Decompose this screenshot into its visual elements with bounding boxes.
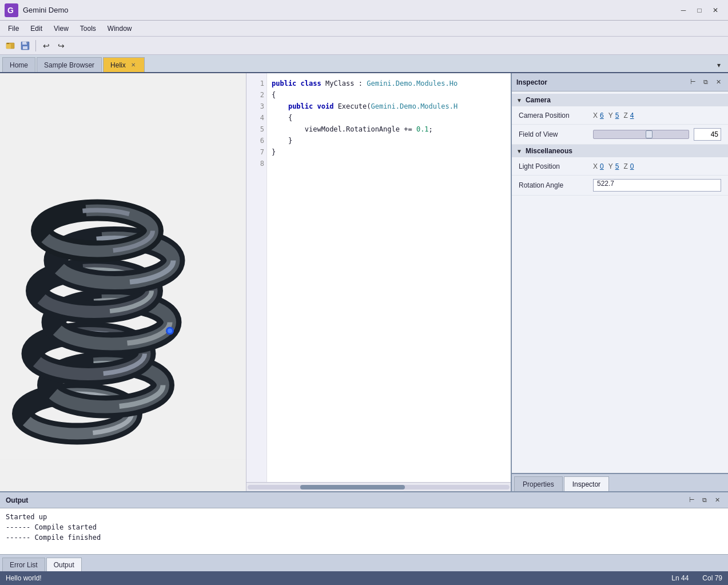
camera-position-values: X 6 Y 5 Z 4 — [593, 112, 721, 120]
status-ln: Ln 44 — [671, 574, 689, 582]
menu-file[interactable]: File — [2, 22, 25, 35]
tab-helix-close[interactable]: ✕ — [129, 61, 137, 69]
misc-section-header[interactable]: ▼ Miscellaneous — [512, 145, 728, 157]
light-z-label: Z — [623, 162, 627, 170]
output-header: Output ⊢ ⧉ ✕ — [0, 492, 728, 508]
menu-window[interactable]: Window — [102, 22, 138, 35]
output-line-3: ------ Compile finished — [6, 532, 722, 543]
tab-home[interactable]: Home — [2, 57, 35, 72]
rotation-angle-input[interactable]: 522.7 — [593, 179, 721, 192]
fov-slider-thumb[interactable] — [646, 130, 653, 138]
tab-helix[interactable]: Helix ✕ — [103, 57, 145, 72]
light-position-row: Light Position X 0 Y 5 Z 0 — [512, 157, 728, 176]
light-y-group: Y 5 — [608, 162, 619, 170]
camera-z-value[interactable]: 4 — [630, 112, 634, 120]
output-pin-button[interactable]: ⊢ — [687, 495, 697, 506]
output-float-button[interactable]: ⧉ — [699, 495, 710, 506]
light-z-value[interactable]: 0 — [630, 162, 634, 170]
inspector-body: ▼ Camera Camera Position X 6 Y 5 — [512, 91, 728, 473]
output-line-1: Started up — [6, 512, 722, 522]
camera-x-label: X — [593, 112, 598, 120]
properties-tab[interactable]: Properties — [514, 476, 563, 491]
rotation-angle-label: Rotation Angle — [519, 181, 593, 189]
light-x-group: X 0 — [593, 162, 604, 170]
save-button[interactable] — [18, 39, 32, 53]
inspector-close-button[interactable]: ✕ — [713, 77, 723, 87]
close-button[interactable]: ✕ — [707, 2, 723, 18]
tab-bar: Home Sample Browser Helix ✕ ▾ — [0, 55, 728, 73]
camera-position-row: Camera Position X 6 Y 5 Z 4 — [512, 106, 728, 125]
inspector-title: Inspector — [516, 78, 686, 86]
toolbar-separator — [35, 40, 36, 51]
menu-view[interactable]: View — [48, 22, 74, 35]
camera-y-group: Y 5 — [608, 112, 619, 120]
light-x-value[interactable]: 0 — [600, 162, 604, 170]
menu-bar: File Edit View Tools Window — [0, 21, 728, 37]
3d-viewport[interactable] — [0, 73, 246, 491]
code-editor: 1234 5678 public class MyClass : Gemini.… — [246, 73, 511, 491]
inspector-pin-button[interactable]: ⊢ — [688, 77, 698, 87]
camera-section-header[interactable]: ▼ Camera — [512, 94, 728, 106]
misc-collapse-arrow: ▼ — [516, 148, 522, 154]
menu-edit[interactable]: Edit — [25, 22, 48, 35]
fov-slider[interactable] — [593, 130, 689, 139]
svg-rect-7 — [23, 46, 27, 49]
code-content[interactable]: 1234 5678 public class MyClass : Gemini.… — [246, 73, 511, 482]
camera-z-group: Z 4 — [623, 112, 634, 120]
camera-z-label: Z — [623, 112, 627, 120]
app-title: Gemini Demo — [23, 6, 675, 14]
output-close-button[interactable]: ✕ — [712, 495, 722, 506]
camera-x-value[interactable]: 6 — [600, 112, 604, 120]
inspector-bottom-tabs: Properties Inspector — [512, 473, 728, 491]
light-position-label: Light Position — [519, 162, 593, 170]
fov-row: Field of View 45 — [512, 125, 728, 145]
output-tabs-row: Error List Output — [0, 554, 728, 571]
camera-x-group: X 6 — [593, 112, 604, 120]
output-panel: Output ⊢ ⧉ ✕ Started up ------ Compile s… — [0, 491, 728, 571]
svg-rect-6 — [22, 42, 27, 45]
light-x-label: X — [593, 162, 598, 170]
toolbar: ↩ ↪ — [0, 37, 728, 55]
maximize-button[interactable]: □ — [691, 2, 707, 18]
undo-button[interactable]: ↩ — [39, 39, 53, 53]
minimize-button[interactable]: ─ — [675, 2, 691, 18]
status-bar: Hello world! Ln 44 Col 79 — [0, 571, 728, 585]
camera-y-value[interactable]: 5 — [615, 112, 619, 120]
main-area: Home Sample Browser Helix ✕ ▾ — [0, 55, 728, 491]
status-position: Ln 44 Col 79 — [671, 574, 722, 582]
open-button[interactable] — [3, 39, 17, 53]
light-position-values: X 0 Y 5 Z 0 — [593, 162, 721, 170]
fov-slider-container: 45 — [593, 128, 721, 141]
fov-value[interactable]: 45 — [694, 128, 721, 141]
svg-text:G: G — [7, 6, 14, 15]
horizontal-scrollbar[interactable] — [246, 482, 511, 491]
output-title: Output — [6, 496, 685, 504]
code-text[interactable]: public class MyClass : Gemini.Demo.Modul… — [267, 73, 511, 482]
misc-section-label: Miscellaneous — [526, 147, 572, 155]
inspector-float-button[interactable]: ⧉ — [701, 77, 711, 87]
content-panels: 1234 5678 public class MyClass : Gemini.… — [0, 73, 728, 491]
tab-overflow-button[interactable]: ▾ — [712, 58, 726, 72]
output-line-2: ------ Compile started — [6, 522, 722, 532]
camera-section-label: Camera — [526, 96, 551, 104]
inspector-tab[interactable]: Inspector — [564, 476, 609, 491]
svg-rect-4 — [7, 43, 9, 44]
tab-sample-browser[interactable]: Sample Browser — [37, 57, 102, 72]
app-icon: G — [5, 3, 18, 17]
output-tab[interactable]: Output — [46, 558, 82, 571]
left-panel: 1234 5678 public class MyClass : Gemini.… — [0, 73, 511, 491]
light-y-value[interactable]: 5 — [615, 162, 619, 170]
svg-rect-8 — [26, 42, 27, 43]
error-list-tab[interactable]: Error List — [2, 558, 45, 571]
editor-area: 1234 5678 public class MyClass : Gemini.… — [0, 73, 511, 491]
fov-label: Field of View — [519, 130, 593, 138]
inspector-header: Inspector ⊢ ⧉ ✕ — [512, 73, 728, 91]
line-numbers: 1234 5678 — [246, 73, 267, 482]
h-scrollbar-thumb[interactable] — [300, 485, 405, 490]
svg-point-29 — [168, 329, 172, 333]
h-scrollbar-track[interactable] — [248, 485, 510, 490]
menu-tools[interactable]: Tools — [74, 22, 102, 35]
inspector-panel: Inspector ⊢ ⧉ ✕ ▼ Camera Camera Position… — [511, 73, 728, 491]
camera-y-label: Y — [608, 112, 613, 120]
redo-button[interactable]: ↪ — [54, 39, 68, 53]
